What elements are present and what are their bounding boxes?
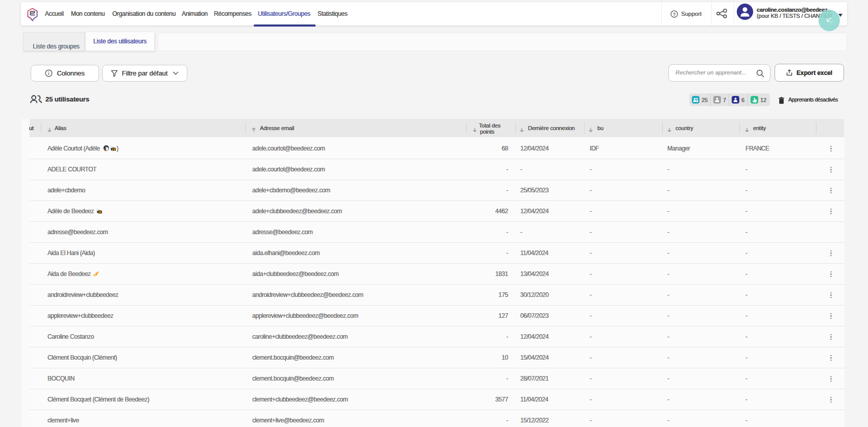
svg-text:?: ? xyxy=(673,11,676,16)
